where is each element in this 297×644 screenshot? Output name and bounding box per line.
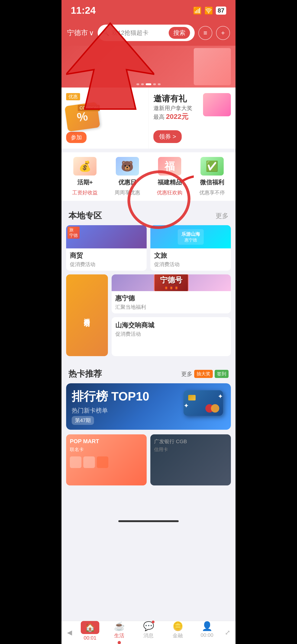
hot-card-more-text[interactable]: 更多 bbox=[181, 370, 192, 378]
nav-item-finance[interactable]: 🪙 金融 bbox=[166, 621, 189, 644]
banner-image bbox=[194, 48, 231, 85]
ranking-sub: 热门新卡榜单 bbox=[72, 406, 184, 415]
signal-icon: 📶 bbox=[193, 6, 202, 15]
search-button[interactable]: 搜索 bbox=[169, 27, 190, 39]
local-zone-more[interactable]: 更多 bbox=[216, 212, 229, 220]
orange-bar-card[interactable]: 消费活动 bbox=[66, 274, 108, 356]
bottom-card-popmart[interactable]: POP MART 联名卡 bbox=[66, 434, 147, 486]
wechat-icon: ✅ bbox=[201, 157, 224, 176]
main-banner[interactable] bbox=[61, 46, 236, 88]
hot-card-more-area: 更多 抽大奖 签到 bbox=[181, 370, 229, 378]
huiningar-title: 惠宁德 bbox=[115, 294, 227, 303]
search-bar[interactable]: 🔍 双12抢猫超卡 搜索 bbox=[98, 24, 195, 41]
invite-amount: 2022元 bbox=[166, 112, 188, 120]
promo-badge: 优惠 bbox=[66, 93, 80, 100]
home-icon: 🏠 bbox=[81, 621, 99, 634]
coupon-shape: % COUPON bbox=[64, 102, 100, 132]
wifi-icon: 🛜 bbox=[204, 6, 213, 15]
shanhai-title: 山海交响商城 bbox=[115, 321, 227, 330]
nav-item-profile[interactable]: 👤 00:00 bbox=[195, 621, 219, 644]
coupon-percent-icon: % bbox=[76, 109, 89, 124]
nav-expand-btn[interactable]: ⤢ bbox=[222, 627, 233, 638]
collect-coupon-button[interactable]: 领券 > bbox=[153, 130, 182, 143]
local-zone-title: 本地专区 bbox=[68, 210, 102, 222]
nav-items: 🏠 00:01 ☕ 生活 💬 消息 🪙 金融 bbox=[75, 621, 222, 644]
gift-box-image bbox=[203, 93, 231, 116]
join-button[interactable]: 参加 bbox=[66, 132, 86, 143]
add-icon[interactable]: + bbox=[216, 26, 230, 40]
sparkle-2: ✦ bbox=[184, 402, 189, 410]
wallet-icon[interactable]: ≡ bbox=[198, 26, 212, 40]
nav-label-home: 00:01 bbox=[83, 635, 96, 641]
search-placeholder: 双12抢猫超卡 bbox=[112, 29, 166, 37]
banner-dot-3 bbox=[146, 83, 151, 85]
sign-in-badge[interactable]: 签到 bbox=[215, 370, 229, 378]
card-logo bbox=[205, 404, 219, 412]
status-time: 11:24 bbox=[71, 5, 96, 16]
local-card-shangmao[interactable]: 旅宁德 商贸 促消费活动 bbox=[66, 225, 147, 271]
shangmao-image: 旅宁德 bbox=[66, 225, 147, 248]
location-chevron: ∨ bbox=[89, 29, 94, 37]
local-zone-header: 本地专区 更多 bbox=[61, 204, 236, 225]
home-indicator bbox=[118, 520, 179, 522]
ningde-tag: 旅宁德 bbox=[67, 226, 80, 239]
promo-section: 优惠 % COUPON 参加 邀请有礼 邀新用户拿大奖 最高 bbox=[61, 88, 236, 148]
shanhai-sub: 促消费活动 bbox=[115, 330, 227, 338]
huiningar-image: 宁德号 🏮🏮🏮 bbox=[112, 274, 231, 291]
shangmao-title: 商贸 bbox=[70, 251, 143, 260]
category-item-fujian[interactable]: 福 福建精品 优惠狂欢购 bbox=[148, 157, 191, 196]
wechat-title: 微信福利 bbox=[200, 178, 224, 186]
nav-item-home[interactable]: 🏠 00:01 bbox=[78, 621, 102, 644]
fujian-title: 福建精品 bbox=[158, 178, 182, 186]
banner-dot-5 bbox=[158, 83, 161, 85]
wenlv-title: 文旅 bbox=[154, 251, 227, 260]
draw-prize-text: 抽大奖 bbox=[194, 370, 213, 378]
category-row: 💰 活期+ 工资好收益 🐻 优惠日 周周享优惠 福 福建精品 优惠狂欢购 bbox=[61, 152, 236, 201]
card-chip bbox=[188, 395, 196, 400]
hot-card-header: 热卡推荐 更多 抽大奖 签到 bbox=[61, 363, 236, 383]
wechat-sub: 优惠享不停 bbox=[199, 189, 225, 196]
shangmao-sub: 促消费活动 bbox=[70, 261, 143, 268]
location-text: 宁德市 bbox=[67, 28, 88, 38]
bottom-navigation: ◀ 🏠 00:01 ☕ 生活 💬 消息 bbox=[61, 621, 236, 644]
nav-label-life: 生活 bbox=[114, 632, 124, 639]
search-icon: 🔍 bbox=[102, 30, 109, 36]
local-zone-row1: 旅宁德 商贸 促消费活动 乐游山海 惠宁德 bbox=[66, 225, 231, 271]
promo-left-coupon: 优惠 % COUPON 参加 bbox=[61, 88, 149, 148]
ranking-text: 排行榜 TOP10 热门新卡榜单 第47期 bbox=[72, 388, 184, 425]
fujian-icon: 福 bbox=[158, 157, 181, 176]
wenlv-image: 乐游山海 惠宁德 bbox=[150, 225, 231, 248]
huiningar-sub: 汇聚当地福利 bbox=[115, 304, 227, 310]
nav-left-arrow[interactable]: ◀ bbox=[64, 627, 75, 638]
header-action-icons: ≡ + bbox=[198, 26, 230, 40]
app-header: 宁德市 ∨ 🔍 双12抢猫超卡 搜索 ≡ + bbox=[61, 21, 236, 46]
category-item-wechat[interactable]: ✅ 微信福利 优惠享不停 bbox=[191, 157, 233, 196]
location-selector[interactable]: 宁德市 ∨ bbox=[67, 28, 94, 38]
banner-dot-1 bbox=[136, 83, 139, 85]
ranking-period: 第47期 bbox=[72, 416, 94, 425]
youhui-title: 优惠日 bbox=[118, 178, 136, 186]
local-card-wenlv[interactable]: 乐游山海 惠宁德 文旅 促消费活动 bbox=[150, 225, 231, 271]
youhui-icon: 🐻 bbox=[116, 157, 139, 176]
banner-dot-2 bbox=[141, 83, 144, 85]
hot-card-section: 热卡推荐 更多 抽大奖 签到 排行榜 TOP10 热门新卡 bbox=[61, 363, 236, 490]
local-card-huiningar[interactable]: 宁德号 🏮🏮🏮 惠宁德 汇聚当地福利 bbox=[112, 274, 231, 314]
category-item-huoqi[interactable]: 💰 活期+ 工资好收益 bbox=[64, 157, 106, 196]
invite-sub1: 邀新用户拿大奖 bbox=[153, 104, 192, 112]
promo-right-invite: 邀请有礼 邀新用户拿大奖 最高 2022元 领券 > bbox=[149, 88, 236, 148]
bottom-card-dark[interactable]: 广发银行 CGB 信用卡 bbox=[150, 434, 231, 486]
invite-sub2: 最高 2022元 bbox=[153, 112, 192, 122]
status-icons: 📶 🛜 87 bbox=[193, 6, 226, 15]
nav-item-life[interactable]: ☕ 生活 bbox=[108, 621, 131, 644]
local-zone-row2: 消费活动 宁德号 🏮🏮🏮 bbox=[66, 274, 231, 356]
local-card-shanhai[interactable]: 山海交响商城 促消费活动 bbox=[112, 317, 231, 356]
life-active-dot bbox=[118, 641, 121, 644]
huoqi-title: 活期+ bbox=[77, 178, 93, 186]
huoqi-icon: 💰 bbox=[73, 157, 96, 176]
ranking-banner[interactable]: 排行榜 TOP10 热门新卡榜单 第47期 ✦ ✦ bbox=[66, 383, 231, 430]
category-item-youhui[interactable]: 🐻 优惠日 周周享优惠 bbox=[106, 157, 149, 196]
banner-dot-4 bbox=[153, 83, 156, 85]
nav-label-profile: 00:00 bbox=[201, 632, 213, 638]
nav-item-message[interactable]: 💬 消息 bbox=[137, 621, 160, 644]
ranking-title: 排行榜 TOP10 bbox=[72, 388, 184, 405]
